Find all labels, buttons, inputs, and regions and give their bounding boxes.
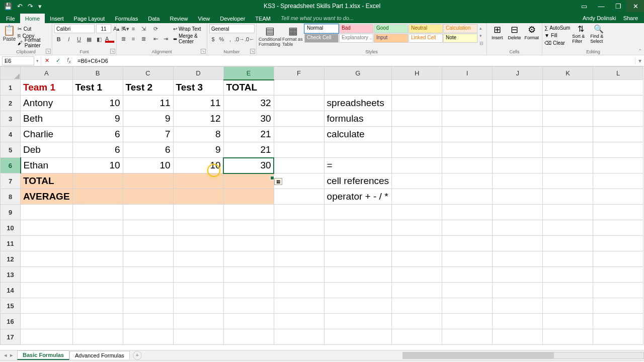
cell-L11[interactable]: [593, 236, 643, 251]
cut-button[interactable]: ✂Cut: [18, 25, 50, 32]
row-header-6[interactable]: 6: [1, 158, 21, 173]
cell-C17[interactable]: [123, 329, 173, 345]
cell-A1[interactable]: Team 1: [21, 80, 73, 96]
cell-K4[interactable]: [543, 127, 593, 142]
cell-D6[interactable]: 10: [173, 158, 223, 173]
cell-L17[interactable]: [593, 329, 643, 345]
delete-cells-button[interactable]: ⊟Delete: [506, 24, 522, 40]
orientation-icon[interactable]: ⟳: [151, 24, 160, 33]
cell-style-input[interactable]: Input: [374, 34, 408, 43]
share-button[interactable]: Share: [623, 15, 638, 21]
cell-D10[interactable]: [173, 220, 223, 236]
fx-icon[interactable]: fx: [63, 57, 74, 64]
cell-G6[interactable]: =: [324, 158, 392, 173]
cell-L2[interactable]: [593, 96, 643, 111]
font-dialog-launcher[interactable]: ↘: [110, 49, 115, 54]
cell-F5[interactable]: [274, 142, 324, 158]
tab-data[interactable]: Data: [143, 14, 165, 23]
cell-I7[interactable]: [442, 173, 493, 189]
cell-G17[interactable]: [324, 329, 392, 345]
col-header-L[interactable]: L: [593, 67, 643, 80]
col-header-E[interactable]: E: [223, 67, 274, 80]
row-header-11[interactable]: 11: [1, 236, 21, 251]
col-header-F[interactable]: F: [274, 67, 324, 80]
sheet-nav-next-icon[interactable]: ▸: [10, 352, 13, 358]
col-header-K[interactable]: K: [543, 67, 593, 80]
align-top-icon[interactable]: ⇱: [119, 24, 128, 33]
cell-style-note[interactable]: Note: [443, 34, 477, 43]
number-format-select[interactable]: [209, 24, 255, 33]
name-box-dropdown-icon[interactable]: ▾: [36, 58, 41, 63]
cell-C5[interactable]: 6: [123, 142, 173, 158]
tab-developer[interactable]: Developer: [215, 14, 250, 23]
cell-K13[interactable]: [543, 267, 593, 283]
cell-B15[interactable]: [72, 298, 123, 314]
cell-H11[interactable]: [392, 236, 442, 251]
cell-A10[interactable]: [21, 220, 73, 236]
cell-G2[interactable]: spreadsheets: [324, 96, 392, 111]
cell-H13[interactable]: [392, 267, 442, 283]
cell-I12[interactable]: [442, 251, 493, 267]
cell-H17[interactable]: [392, 329, 442, 345]
cell-B16[interactable]: [72, 314, 123, 329]
cell-D3[interactable]: 12: [173, 111, 223, 127]
cell-K15[interactable]: [543, 298, 593, 314]
row-header-7[interactable]: 7: [1, 173, 21, 189]
cell-D1[interactable]: Test 3: [173, 80, 223, 96]
cell-I13[interactable]: [442, 267, 493, 283]
cell-J3[interactable]: [493, 111, 543, 127]
cell-style-good[interactable]: Good: [374, 24, 408, 33]
cell-I10[interactable]: [442, 220, 493, 236]
cell-E7[interactable]: [223, 173, 274, 189]
cell-G14[interactable]: [324, 283, 392, 298]
cell-G10[interactable]: [324, 220, 392, 236]
cell-C10[interactable]: [123, 220, 173, 236]
cell-K17[interactable]: [543, 329, 593, 345]
cell-style-bad[interactable]: Bad: [339, 24, 373, 33]
redo-icon[interactable]: ↷: [28, 3, 33, 10]
percent-format-icon[interactable]: %: [218, 35, 225, 44]
cell-K16[interactable]: [543, 314, 593, 329]
autosum-button[interactable]: ∑AutoSum: [544, 24, 570, 31]
col-header-C[interactable]: C: [123, 67, 173, 80]
cell-I16[interactable]: [442, 314, 493, 329]
cell-J14[interactable]: [493, 283, 543, 298]
cell-F13[interactable]: [274, 267, 324, 283]
cell-D5[interactable]: 9: [173, 142, 223, 158]
cell-G9[interactable]: [324, 205, 392, 220]
row-header-3[interactable]: 3: [1, 111, 21, 127]
merge-center-button[interactable]: ⬌Merge & Center: [173, 34, 205, 43]
cell-B14[interactable]: [72, 283, 123, 298]
cell-F16[interactable]: [274, 314, 324, 329]
sort-filter-button[interactable]: ⇅Sort & Filter: [572, 24, 589, 46]
cell-L5[interactable]: [593, 142, 643, 158]
paste-button[interactable]: 📋Paste: [2, 24, 17, 46]
row-header-9[interactable]: 9: [1, 205, 21, 220]
cell-E6[interactable]: 30: [223, 158, 274, 173]
cell-D7[interactable]: [173, 173, 223, 189]
cell-G7[interactable]: cell references: [324, 173, 392, 189]
cell-K10[interactable]: [543, 220, 593, 236]
decrease-indent-icon[interactable]: ⇤: [151, 34, 160, 43]
cell-A2[interactable]: Antony: [21, 96, 73, 111]
cell-B7[interactable]: [72, 173, 123, 189]
cell-C7[interactable]: [123, 173, 173, 189]
cell-B13[interactable]: [72, 267, 123, 283]
cell-C8[interactable]: [123, 189, 173, 205]
cell-E4[interactable]: 21: [223, 127, 274, 142]
format-as-table-button[interactable]: ▦Format as Table: [282, 24, 303, 47]
cell-C9[interactable]: [123, 205, 173, 220]
cell-J6[interactable]: [493, 158, 543, 173]
cell-A17[interactable]: [21, 329, 73, 345]
italic-button[interactable]: I: [64, 35, 73, 44]
cell-E10[interactable]: [223, 220, 274, 236]
cell-E12[interactable]: [223, 251, 274, 267]
cell-A15[interactable]: [21, 298, 73, 314]
cell-D8[interactable]: [173, 189, 223, 205]
cell-J10[interactable]: [493, 220, 543, 236]
cell-K14[interactable]: [543, 283, 593, 298]
cell-B3[interactable]: 9: [72, 111, 123, 127]
tab-view[interactable]: View: [193, 14, 215, 23]
cell-C6[interactable]: 10: [123, 158, 173, 173]
cell-D13[interactable]: [173, 267, 223, 283]
